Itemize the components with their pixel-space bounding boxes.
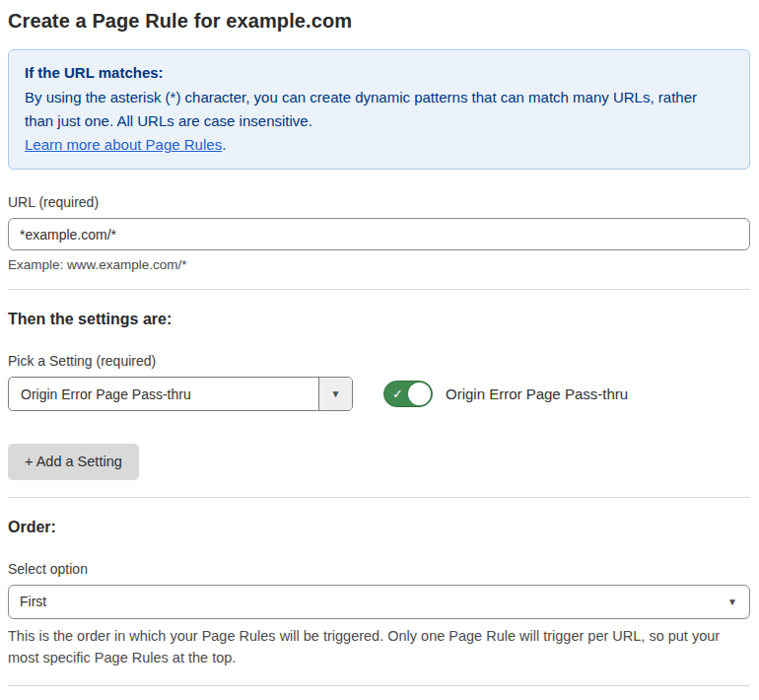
- caret-down-icon: ▼: [727, 596, 737, 607]
- setting-toggle[interactable]: ✓: [383, 381, 433, 407]
- order-select-value: First: [20, 594, 46, 609]
- setting-row: Origin Error Page Pass-thru ▼ ✓ Origin E…: [8, 377, 750, 411]
- check-icon: ✓: [392, 387, 403, 400]
- page-title: Create a Page Rule for example.com: [8, 10, 750, 33]
- url-match-info-box: If the URL matches: By using the asteris…: [8, 49, 750, 170]
- settings-section-heading: Then the settings are:: [8, 311, 750, 328]
- info-box-link-row: Learn more about Page Rules.: [25, 133, 733, 157]
- order-section-heading: Order:: [8, 519, 750, 536]
- setting-picker-label: Pick a Setting (required): [8, 353, 750, 369]
- divider: [8, 497, 750, 498]
- caret-down-icon: ▼: [331, 388, 341, 399]
- info-box-heading: If the URL matches:: [25, 61, 733, 85]
- setting-toggle-label: Origin Error Page Pass-thru: [446, 385, 628, 402]
- setting-select-caret-button[interactable]: ▼: [318, 378, 352, 410]
- learn-more-link[interactable]: Learn more about Page Rules: [25, 136, 222, 153]
- url-helper-text: Example: www.example.com/*: [8, 257, 750, 272]
- link-suffix: .: [222, 136, 226, 153]
- divider: [8, 685, 750, 686]
- setting-select-value: Origin Error Page Pass-thru: [9, 378, 318, 410]
- info-box-body: By using the asterisk (*) character, you…: [25, 86, 715, 133]
- toggle-knob: [408, 383, 431, 405]
- setting-select[interactable]: Origin Error Page Pass-thru ▼: [8, 377, 353, 411]
- order-select-label: Select option: [8, 561, 750, 577]
- divider: [8, 289, 750, 290]
- order-select[interactable]: First ▼: [8, 585, 750, 619]
- info-box-body-text: By using the asterisk (*) character, you…: [25, 89, 697, 129]
- order-helper-text: This is the order in which your Page Rul…: [8, 625, 742, 668]
- add-setting-button[interactable]: + Add a Setting: [8, 444, 139, 480]
- url-field-label: URL (required): [8, 194, 750, 210]
- url-input[interactable]: [8, 218, 750, 250]
